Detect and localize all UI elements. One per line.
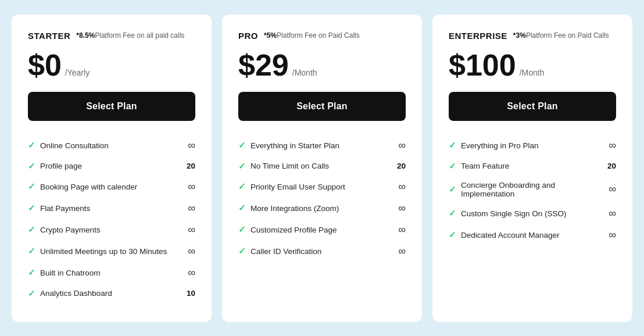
feature-item: ✓Unlimited Meetings up to 30 Minutes∞ <box>28 241 195 262</box>
feature-label: Booking Page with calender <box>40 183 137 191</box>
feature-item: ✓Booking Page with calender∞ <box>28 176 195 198</box>
plan-fee: *5%Platform Fee on Paid Calls <box>264 31 360 40</box>
feature-value: ∞ <box>604 140 616 152</box>
check-icon: ✓ <box>238 140 246 151</box>
feature-item: ✓Caller ID Verification∞ <box>238 241 406 262</box>
feature-value: ∞ <box>184 267 195 279</box>
check-icon: ✓ <box>28 203 35 213</box>
feature-value: ∞ <box>604 208 616 220</box>
feature-item: ✓Customized Profile Page∞ <box>238 219 406 241</box>
check-icon: ✓ <box>28 140 35 151</box>
feature-value: 20 <box>184 162 195 170</box>
price-period: /Yearly <box>65 68 90 77</box>
feature-label: Team Feature <box>461 162 509 170</box>
plan-fee: *3%Platform Fee on Paid Calls <box>513 31 609 40</box>
feature-value: ∞ <box>604 183 616 195</box>
feature-item: ✓No Time Limit on Calls20 <box>238 156 406 176</box>
plan-name: PRO <box>238 31 258 41</box>
feature-label: Custom Single Sign On (SSO) <box>461 209 567 218</box>
feature-label: Online Consultation <box>40 141 109 150</box>
feature-label: Priority Email User Support <box>251 183 345 191</box>
select-plan-button[interactable]: Select Plan <box>449 92 616 121</box>
features-list: ✓Everything in Starter Plan∞✓No Time Lim… <box>238 135 406 262</box>
price-row: $29/Month <box>238 50 406 80</box>
check-icon: ✓ <box>449 184 456 195</box>
feature-item: ✓Profile page20 <box>28 156 195 176</box>
plan-card-pro: PRO*5%Platform Fee on Paid Calls$29/Mont… <box>222 15 422 322</box>
check-icon: ✓ <box>449 208 456 219</box>
feature-item: ✓Everything in Pro Plan∞ <box>449 135 616 156</box>
feature-label: No Time Limit on Calls <box>251 162 329 170</box>
feature-value: ∞ <box>394 202 406 215</box>
feature-value: 20 <box>394 162 406 170</box>
feature-label: Analytics Dashboard <box>40 289 112 298</box>
check-icon: ✓ <box>28 161 35 171</box>
feature-value: ∞ <box>394 140 406 152</box>
check-icon: ✓ <box>449 161 456 171</box>
feature-value: ∞ <box>394 181 406 193</box>
select-plan-button[interactable]: Select Plan <box>238 92 406 121</box>
check-icon: ✓ <box>28 224 35 235</box>
check-icon: ✓ <box>238 246 246 256</box>
plan-card-starter: STARTER*8.5%Platform Fee on all paid cal… <box>12 15 212 322</box>
feature-label: Everything in Starter Plan <box>251 141 339 150</box>
plan-header: STARTER*8.5%Platform Fee on all paid cal… <box>28 31 195 41</box>
check-icon: ✓ <box>28 246 35 256</box>
feature-label: Customized Profile Page <box>251 226 337 234</box>
feature-label: Unlimited Meetings up to 30 Minutes <box>40 247 167 256</box>
feature-label: Dedicated Account Manager <box>461 231 560 240</box>
feature-item: ✓Online Consultation∞ <box>28 135 195 156</box>
feature-item: ✓Priority Email User Support∞ <box>238 176 406 198</box>
feature-label: More Integrations (Zoom) <box>251 204 339 213</box>
feature-item: ✓Custom Single Sign On (SSO)∞ <box>449 203 616 224</box>
check-icon: ✓ <box>238 181 246 192</box>
plan-fee: *8.5%Platform Fee on all paid calls <box>76 31 184 40</box>
feature-label: Flat Payments <box>40 204 90 213</box>
feature-value: ∞ <box>184 224 195 236</box>
plan-name: ENTERPRISE <box>449 31 507 41</box>
feature-value: 10 <box>184 289 195 298</box>
check-icon: ✓ <box>28 267 35 278</box>
pricing-container: STARTER*8.5%Platform Fee on all paid cal… <box>12 15 632 322</box>
price-amount: $0 <box>28 50 62 80</box>
feature-item: ✓Crypto Payments∞ <box>28 219 195 241</box>
check-icon: ✓ <box>238 161 246 171</box>
price-amount: $100 <box>449 50 516 80</box>
plan-header: PRO*5%Platform Fee on Paid Calls <box>238 31 406 41</box>
feature-label: Concierge Onboarding and Implementation <box>461 181 604 198</box>
feature-label: Crypto Payments <box>40 226 101 234</box>
feature-value: 20 <box>604 162 616 170</box>
plan-header: ENTERPRISE*3%Platform Fee on Paid Calls <box>449 31 616 41</box>
feature-value: ∞ <box>394 245 406 258</box>
feature-item: ✓Flat Payments∞ <box>28 198 195 219</box>
feature-item: ✓More Integrations (Zoom)∞ <box>238 198 406 219</box>
feature-item: ✓Analytics Dashboard10 <box>28 284 195 303</box>
feature-label: Everything in Pro Plan <box>461 141 539 150</box>
feature-value: ∞ <box>184 202 195 215</box>
check-icon: ✓ <box>449 230 456 240</box>
feature-value: ∞ <box>394 224 406 236</box>
price-amount: $29 <box>238 50 289 80</box>
check-icon: ✓ <box>28 181 35 192</box>
select-plan-button[interactable]: Select Plan <box>28 92 195 121</box>
feature-item: ✓Concierge Onboarding and Implementation… <box>449 176 616 203</box>
check-icon: ✓ <box>28 288 35 299</box>
feature-value: ∞ <box>184 140 195 152</box>
features-list: ✓Online Consultation∞✓Profile page20✓Boo… <box>28 135 195 303</box>
feature-item: ✓Built in Chatroom∞ <box>28 262 195 284</box>
price-period: /Month <box>520 68 545 77</box>
feature-item: ✓Dedicated Account Manager∞ <box>449 224 616 246</box>
features-list: ✓Everything in Pro Plan∞✓Team Feature20✓… <box>449 135 616 246</box>
price-row: $0/Yearly <box>28 50 195 80</box>
price-period: /Month <box>292 68 317 77</box>
plan-name: STARTER <box>28 31 70 41</box>
feature-item: ✓Everything in Starter Plan∞ <box>238 135 406 156</box>
check-icon: ✓ <box>238 203 246 213</box>
feature-value: ∞ <box>184 245 195 258</box>
feature-value: ∞ <box>604 229 616 241</box>
price-row: $100/Month <box>449 50 616 80</box>
plan-card-enterprise: ENTERPRISE*3%Platform Fee on Paid Calls$… <box>432 15 632 322</box>
feature-label: Profile page <box>40 162 82 170</box>
check-icon: ✓ <box>449 140 456 151</box>
check-icon: ✓ <box>238 224 246 235</box>
